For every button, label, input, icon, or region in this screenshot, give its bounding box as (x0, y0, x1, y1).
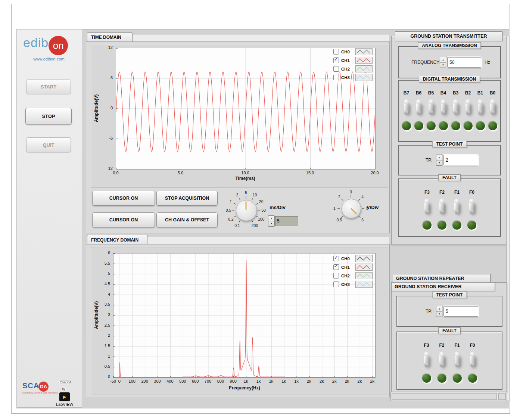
decrement-icon[interactable]: ▼ (268, 221, 274, 227)
toggle-switch-b2[interactable] (463, 99, 473, 117)
frequency-value-field[interactable]: 50 (447, 57, 481, 68)
legend-checkbox-ch0[interactable] (333, 49, 339, 55)
bit-label-f0: F0 (470, 343, 475, 348)
cursor-on-button-2[interactable]: CURSOR ON (92, 212, 155, 227)
xtick-label: 0 (118, 379, 121, 383)
bit-label-b5: B5 (428, 90, 434, 96)
tp-label: TP: (426, 158, 433, 163)
toggle-switch-b0[interactable] (488, 99, 498, 117)
increment-icon[interactable]: ▲ (436, 306, 442, 312)
xtick-label: 5.0 (178, 171, 183, 175)
toggle-switch-b6[interactable] (414, 99, 424, 117)
switch-cap (428, 99, 434, 104)
xtick-label: 200 (141, 379, 148, 383)
increment-icon[interactable]: ▲ (436, 155, 442, 161)
bit-column-b6: B6 (414, 90, 424, 130)
toggle-switch-b5[interactable] (426, 99, 436, 117)
knob-tick-label: 1 (230, 199, 232, 204)
ytick-label: 0 (110, 106, 113, 110)
xtick-label: -50 (110, 379, 116, 383)
digital-transmission-group: DIGITAL TRANSMISSION B7B6B5B4B3B2B1B0 (398, 80, 501, 142)
toggle-switch-f3[interactable] (422, 198, 432, 216)
tp-value-field[interactable]: 5 (443, 306, 478, 317)
toggle-switch-f1[interactable] (452, 351, 462, 369)
frequency-spinner[interactable]: ▲ ▼ (440, 57, 446, 68)
stop-button[interactable]: STOP (25, 108, 72, 124)
toggle-switch-b7[interactable] (402, 99, 411, 117)
ms-div-knob-face[interactable] (236, 200, 257, 221)
ytick-label: 6 (108, 251, 110, 255)
ms-div-spinner[interactable]: ▲ ▼ (268, 215, 275, 227)
toggle-switch-b3[interactable] (451, 99, 461, 117)
receiver-horizontal-scrollbar[interactable] (390, 392, 507, 401)
toggle-switch-f3[interactable] (422, 351, 432, 369)
legend-checkbox-ch1[interactable]: ✓ (333, 264, 339, 270)
frequency-label: FREQUENCY: (411, 60, 440, 65)
bit-column-f0: F0 (468, 343, 477, 383)
bit-label-b7: B7 (404, 90, 409, 96)
switch-tip (454, 111, 458, 115)
increment-icon[interactable]: ▲ (440, 57, 446, 63)
toggle-switch-b1[interactable] (476, 99, 485, 117)
quit-button[interactable]: QUIT (26, 137, 71, 152)
bit-label-b2: B2 (465, 90, 471, 96)
edibon-logo-circle: on (49, 36, 68, 55)
ytick-label: 2 (108, 333, 110, 337)
legend-checkbox-ch1[interactable]: ✓ (333, 57, 339, 63)
xtick-label: 700 (205, 379, 211, 383)
knob-tick-label: 100 (258, 217, 265, 221)
checkmark-icon: ✓ (334, 255, 338, 260)
legend-checkbox-ch2[interactable] (333, 273, 339, 279)
toggle-switch-b4[interactable] (439, 99, 448, 117)
xtick-label: 2k (332, 379, 337, 383)
ms-div-value-field[interactable]: 5 (275, 216, 298, 226)
decrement-icon[interactable]: ▼ (436, 161, 442, 166)
ms-div-knob[interactable]: 0.10.20.5125102050100200 (224, 188, 268, 233)
v-div-knob[interactable]: 0.5123456 (330, 187, 372, 229)
toggle-switch-f0[interactable] (467, 198, 477, 216)
scrollbar-end-button[interactable] (498, 393, 506, 400)
toggle-switch-f0[interactable] (468, 351, 477, 369)
toggle-switch-f1[interactable] (452, 198, 462, 216)
knob-tick-label: 6 (361, 218, 364, 222)
legend-checkbox-ch0[interactable]: ✓ (333, 256, 339, 261)
led-f3 (423, 221, 432, 230)
legend-checkbox-ch2[interactable] (333, 66, 339, 72)
xtick-label: 10.0 (241, 171, 249, 175)
digital-transmission-caption: DIGITAL TRANSMISSION (419, 76, 480, 83)
knob-tick-label: 0.2 (228, 217, 234, 221)
led-f1 (452, 221, 461, 230)
bit-label-b4: B4 (440, 90, 446, 96)
switch-tip (425, 210, 429, 214)
decrement-icon[interactable]: ▼ (436, 312, 442, 317)
ytick-label: 3.5 (105, 302, 110, 307)
toggle-switch-f2[interactable] (437, 351, 447, 369)
v-div-knob-face[interactable] (342, 199, 361, 218)
ytick-label: 5 (108, 271, 110, 276)
cursor-on-button-1[interactable]: CURSOR ON (92, 191, 155, 206)
tp-value-field[interactable]: 2 (443, 155, 478, 165)
knob-tick-label: 20 (259, 199, 264, 204)
increment-icon[interactable]: ▲ (268, 216, 274, 221)
legend-checkbox-ch3[interactable] (333, 75, 339, 80)
start-button[interactable]: START (26, 79, 71, 94)
powered-by-label: Powered by (59, 380, 71, 391)
ch-gain-offset-button[interactable]: CH GAIN & OFFSET (156, 212, 218, 227)
scrollbar-thumb[interactable] (392, 393, 497, 400)
switch-tip (455, 210, 459, 214)
transmitter-fault-bits: F3F2F1F0 (420, 190, 479, 230)
bit-column-f2: F2 (437, 190, 447, 230)
analog-transmission-caption: ANALOG TRANSMISSION (418, 42, 481, 49)
decrement-icon[interactable]: ▼ (440, 63, 446, 68)
legend-label: CH1 (341, 265, 354, 270)
scada-subtitle: Supervisory Control & Data Acquisition (22, 392, 57, 394)
stop-acquisition-button[interactable]: STOP ACQUISITION (156, 191, 218, 206)
toggle-switch-f2[interactable] (437, 198, 447, 216)
tp-spinner[interactable]: ▲ ▼ (436, 155, 443, 166)
tab-frequency-domain[interactable]: FREQUENCY DOMAIN (87, 235, 147, 245)
legend-row-ch2: CH2 (333, 272, 373, 279)
switch-cap (440, 99, 446, 104)
tab-time-domain[interactable]: TIME DOMAIN (87, 32, 133, 42)
legend-checkbox-ch3[interactable] (333, 281, 339, 287)
tp-spinner[interactable]: ▲ ▼ (436, 306, 443, 317)
